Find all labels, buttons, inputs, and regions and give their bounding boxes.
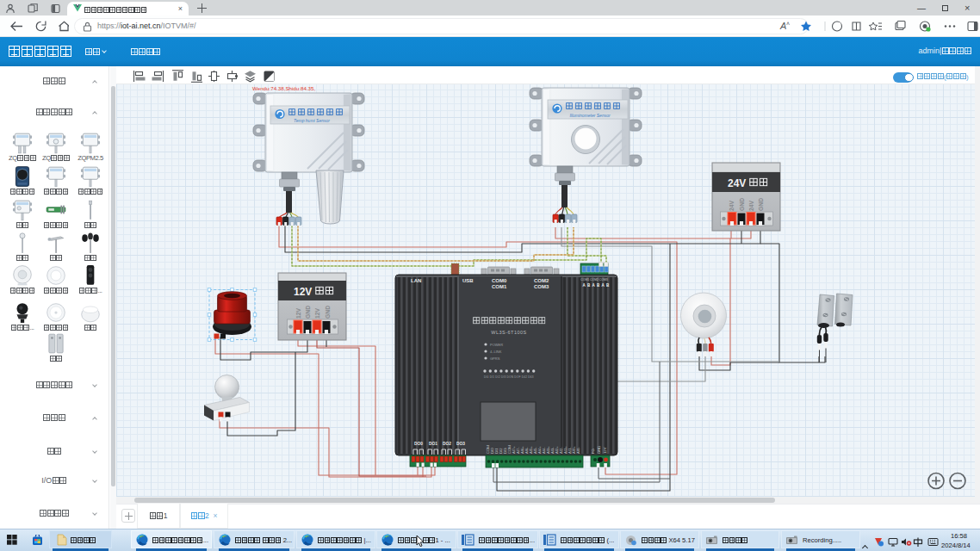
svg-text:DI0 DI1 DI2 DI3 DON DOF D42 D6: DI0 DI1 DI2 DI3 DON DOF D42 D63 [484, 375, 534, 379]
svg-text:GND: GND [325, 306, 331, 319]
svg-text:COM3: COM3 [534, 284, 549, 289]
svg-text:FG: FG [591, 449, 595, 454]
svg-text:24V: 24V [729, 200, 735, 211]
svg-text:24V: 24V [728, 177, 746, 189]
svg-text:LAN: LAN [411, 278, 421, 283]
svg-text:GPRS: GPRS [490, 356, 500, 361]
svg-text:DO1: DO1 [429, 442, 437, 446]
svg-text:USB: USB [462, 278, 474, 283]
svg-text:COM2: COM2 [534, 278, 549, 283]
svg-text:Illuminometer Sensor: Illuminometer Sensor [569, 113, 611, 118]
svg-text:DO0: DO0 [414, 442, 423, 446]
svg-text:GND: GND [597, 446, 601, 454]
svg-text:4..LINK: 4..LINK [490, 350, 502, 354]
svg-text:GND: GND [758, 198, 764, 211]
svg-text:Wendu:74.38,Shidu:84.35,: Wendu:74.38,Shidu:84.35, [252, 85, 315, 91]
svg-text:GND: GND [739, 198, 745, 211]
svg-text:12V: 12V [294, 286, 312, 298]
svg-text:12V: 12V [314, 307, 320, 319]
svg-text:Temp humi Sensor: Temp humi Sensor [294, 118, 330, 123]
svg-text:12V: 12V [603, 447, 607, 454]
svg-text:DO2: DO2 [443, 442, 451, 446]
svg-text:12V: 12V [295, 307, 301, 319]
svg-text:COM1 COM2 COM3: COM1 COM2 COM3 [580, 278, 607, 282]
svg-text:GND: GND [305, 306, 311, 319]
svg-text:˄: ˄ [786, 21, 790, 27]
svg-text:24V: 24V [748, 200, 754, 211]
svg-text:AI0-: AI0- [576, 447, 580, 454]
svg-text:POWER: POWER [490, 343, 503, 347]
svg-text:COM1: COM1 [492, 284, 507, 289]
svg-text:COM0: COM0 [492, 278, 507, 283]
svg-text:DO3: DO3 [456, 442, 465, 446]
svg-text:WL3S-6T100S: WL3S-6T100S [491, 330, 527, 335]
